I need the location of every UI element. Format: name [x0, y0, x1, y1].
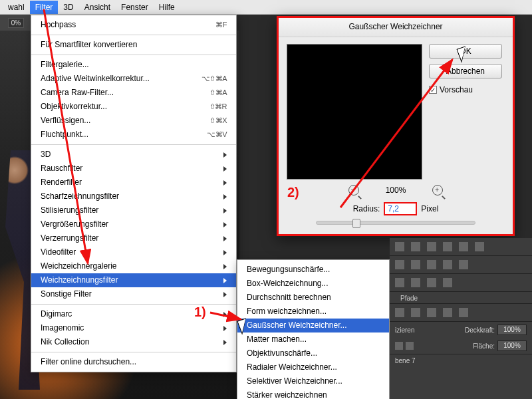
adjust-icon[interactable]	[395, 260, 404, 269]
blur-submenu: Bewegungsunschärfe... Box-Weichzeichnung…	[237, 259, 390, 399]
menu-item-smartfilter[interactable]: Für Smartfilter konvertieren	[31, 38, 236, 52]
menu-hilfe[interactable]: Hilfe	[154, 1, 180, 14]
zoom-in-icon[interactable]: +	[432, 185, 443, 196]
menu-item-sub[interactable]: Nik Collection	[31, 335, 236, 349]
menu-item[interactable]: Fluchtpunkt...⌥⌘V	[31, 128, 236, 142]
submenu-item[interactable]: Stärker weichzeichnen	[237, 388, 389, 399]
menu-item-sub[interactable]: Rauschfilter	[31, 162, 236, 176]
submenu-item[interactable]: Objektivunschärfe...	[237, 346, 389, 360]
filter-icon[interactable]	[411, 308, 420, 317]
zoom-value[interactable]: 0%	[8, 18, 24, 28]
radius-input[interactable]	[384, 202, 417, 215]
layer-row[interactable]: bene 7	[390, 354, 532, 367]
opacity-field[interactable]: 100%	[497, 325, 527, 335]
menu-item-last-filter[interactable]: Hochpass ⌘F	[31, 18, 236, 32]
submenu-item[interactable]: Form weichzeichnen...	[237, 305, 389, 319]
ok-button[interactable]: OK	[429, 44, 502, 59]
slider-thumb[interactable]	[352, 219, 360, 228]
dialog-preview[interactable]	[287, 44, 422, 180]
chevron-right-icon	[223, 194, 227, 200]
chevron-right-icon	[223, 236, 227, 241]
submenu-item[interactable]: Radialer Weichzeichner...	[237, 360, 389, 374]
submenu-item[interactable]: Durchschnitt berechnen	[237, 291, 389, 305]
menu-item-browse-online[interactable]: Filter online durchsuchen...	[31, 355, 236, 369]
adjust-icon[interactable]	[475, 242, 484, 251]
filter-icon[interactable]	[443, 308, 452, 317]
chevron-right-icon	[223, 250, 227, 255]
preview-checkbox-row[interactable]: ✓ Vorschau	[429, 85, 502, 94]
menu-item-sub[interactable]: Stilisierungsfilter	[31, 203, 236, 217]
adjust-icon[interactable]	[443, 242, 452, 251]
filter-dropdown: Hochpass ⌘F Für Smartfilter konvertieren…	[31, 15, 237, 372]
tab-paths[interactable]: Pfade	[400, 295, 418, 302]
submenu-item-gaussian-blur[interactable]: Gaußscher Weichzeichner...	[237, 319, 389, 332]
adjust-icon[interactable]	[411, 260, 420, 269]
adjust-icon[interactable]	[459, 242, 468, 251]
menu-item-sub[interactable]: Sonstige Filter	[31, 287, 236, 301]
radius-label: Radius:	[353, 204, 380, 213]
adjust-icon[interactable]	[395, 242, 404, 251]
menu-item[interactable]: Adaptive Weitwinkelkorrektur...⌥⇧⌘A	[31, 72, 236, 86]
submenu-item[interactable]: Matter machen...	[237, 332, 389, 346]
separator	[31, 352, 236, 352]
separator	[31, 35, 236, 35]
menu-filter[interactable]: Filter	[30, 1, 59, 14]
zoom-controls: − 100% +	[279, 185, 513, 196]
filter-icon[interactable]	[427, 308, 436, 317]
layer-name: bene 7	[395, 357, 416, 364]
label: Hochpass	[41, 19, 76, 31]
menu-item-sub[interactable]: Imagenomic	[31, 321, 236, 335]
fill-field[interactable]: 100%	[497, 340, 527, 351]
adjust-icon[interactable]	[443, 278, 452, 287]
adjustments-icons-2	[390, 256, 532, 274]
menu-item[interactable]: Camera Raw-Filter...⇧⌘A	[31, 86, 236, 100]
submenu-item[interactable]: Selektiver Weichzeichner...	[237, 374, 389, 388]
menu-fenster[interactable]: Fenster	[116, 1, 154, 14]
chevron-right-icon	[223, 292, 227, 297]
radius-slider[interactable]	[316, 221, 475, 225]
menu-item-sub[interactable]: Weichzeichnergalerie	[31, 259, 236, 273]
zoom-out-icon[interactable]: −	[348, 185, 359, 196]
menu-item-sub[interactable]: Renderfilter	[31, 176, 236, 190]
menu-ansicht[interactable]: Ansicht	[79, 1, 116, 14]
menu-item-sub[interactable]: Scharfzeichnungsfilter	[31, 190, 236, 203]
separator	[31, 144, 236, 145]
right-panels: Pfade izieren Deckkraft: 100% Fläche: 10…	[390, 238, 532, 399]
menu-item[interactable]: Filtergalerie...	[31, 58, 236, 72]
menu-item-sub[interactable]: Verzerrungsfilter	[31, 231, 236, 245]
radius-unit: Pixel	[421, 204, 438, 213]
menu-item-sub[interactable]: 3D	[31, 148, 236, 162]
menu-item-weichzeichnungsfilter[interactable]: Weichzeichnungsfilter	[31, 273, 236, 287]
adjust-icon[interactable]	[411, 278, 420, 287]
adjust-icon[interactable]	[427, 260, 436, 269]
menu-3d[interactable]: 3D	[58, 1, 78, 14]
menu-item-sub[interactable]: Digimarc	[31, 307, 236, 321]
menu-item[interactable]: Objektivkorrektur...⇧⌘R	[31, 100, 236, 114]
dialog-title: Gaußscher Weichzeichner	[279, 18, 513, 37]
chevron-right-icon	[223, 222, 227, 227]
menu-item-sub[interactable]: Vergrößerungsfilter	[31, 217, 236, 231]
blend-mode[interactable]: izieren	[395, 327, 414, 334]
cancel-button[interactable]: Abbrechen	[429, 64, 502, 78]
separator	[31, 304, 236, 305]
chevron-right-icon	[223, 166, 227, 172]
adjust-icon[interactable]	[427, 242, 436, 251]
menu-wahl[interactable]: wahl	[3, 1, 30, 14]
adjust-icon[interactable]	[459, 260, 468, 269]
filter-icon[interactable]	[395, 308, 404, 317]
shortcut: ⌘F	[215, 19, 227, 31]
adjust-icon[interactable]	[395, 278, 404, 287]
menu-item[interactable]: Verflüssigen...⇧⌘X	[31, 114, 236, 128]
adjustments-icons-3	[390, 274, 532, 292]
submenu-item[interactable]: Bewegungsunschärfe...	[237, 263, 389, 277]
chevron-right-icon	[223, 152, 227, 158]
adjust-icon[interactable]	[427, 278, 436, 287]
checkbox-icon[interactable]: ✓	[429, 86, 437, 94]
gaussian-blur-dialog: Gaußscher Weichzeichner OK Abbrechen ✓ V…	[277, 16, 515, 236]
adjust-icon[interactable]	[443, 260, 452, 269]
adjust-icon[interactable]	[411, 242, 420, 251]
lock-icons[interactable]	[395, 342, 414, 350]
submenu-item[interactable]: Box-Weichzeichnung...	[237, 277, 389, 291]
menu-item-sub[interactable]: Videofilter	[31, 245, 236, 259]
filter-icon[interactable]	[459, 308, 468, 317]
